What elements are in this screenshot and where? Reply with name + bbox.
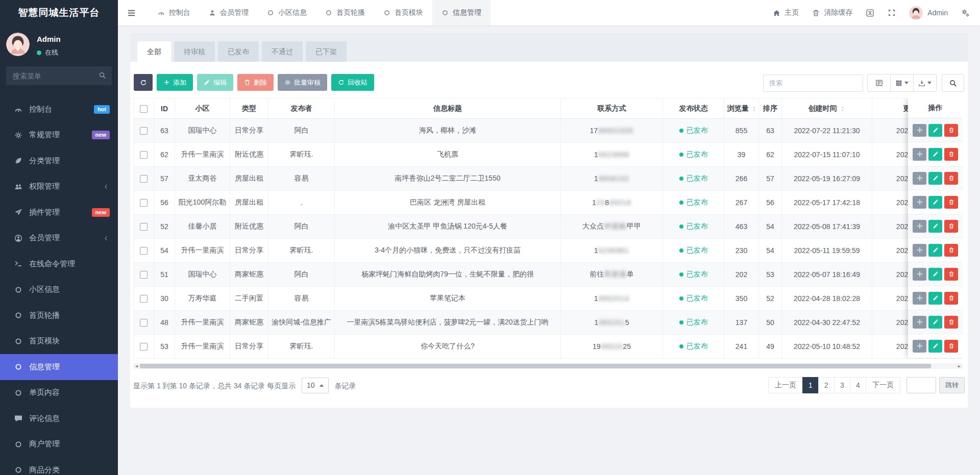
row-edit-button[interactable]	[928, 220, 942, 233]
row-delete-button[interactable]	[944, 244, 958, 257]
jump-page-input[interactable]	[906, 377, 936, 393]
prev-page-button[interactable]: 上一页	[768, 377, 803, 393]
topnav-home-module[interactable]: 首页模块	[374, 0, 432, 26]
sidebar-item-comment-info[interactable]: 评论信息	[0, 406, 118, 432]
row-edit-button[interactable]	[928, 292, 942, 305]
row-delete-button[interactable]	[944, 268, 958, 281]
next-page-button[interactable]: 下一页	[866, 377, 900, 393]
row-delete-button[interactable]	[944, 148, 958, 161]
row-edit-button[interactable]	[928, 340, 942, 353]
columns-button[interactable]	[890, 74, 914, 92]
row-checkbox[interactable]	[140, 319, 148, 327]
tab-已下架[interactable]: 已下架	[306, 41, 347, 62]
sidebar-search-input[interactable]	[6, 66, 112, 85]
row-delete-button[interactable]	[944, 124, 958, 137]
row-delete-button[interactable]	[944, 196, 958, 209]
page-button-2[interactable]: 2	[818, 377, 835, 393]
row-move-button[interactable]	[913, 196, 926, 209]
tab-不通过[interactable]: 不通过	[262, 41, 303, 62]
sidebar-item-merchant-manage[interactable]: 商户管理	[0, 432, 118, 458]
row-checkbox[interactable]	[140, 223, 148, 231]
col-header-created[interactable]: 创建时间	[782, 98, 872, 119]
row-edit-button[interactable]	[928, 244, 942, 257]
page-button-4[interactable]: 4	[850, 377, 866, 393]
row-move-button[interactable]	[913, 220, 926, 233]
row-checkbox[interactable]	[140, 199, 148, 207]
scroll-left-arrow-icon[interactable]: ◀	[133, 363, 140, 369]
sidebar-item-plugin-manage[interactable]: 插件管理new	[0, 199, 118, 226]
scroll-right-arrow-icon[interactable]: ▶	[956, 363, 963, 369]
delete-button[interactable]: 删除	[237, 74, 274, 91]
page-button-1[interactable]: 1	[802, 377, 819, 393]
topnav-community-info[interactable]: 小区信息	[258, 0, 316, 26]
sidebar-item-single-page[interactable]: 单页内容	[0, 380, 118, 406]
sidebar-item-console[interactable]: 控制台hot	[0, 96, 118, 122]
sidebar-item-member-manage[interactable]: 会员管理	[0, 226, 118, 252]
tab-待审核[interactable]: 待审核	[174, 41, 215, 62]
row-move-button[interactable]	[913, 148, 926, 161]
language-icon[interactable]	[866, 9, 874, 17]
card-view-button[interactable]	[867, 74, 891, 92]
row-delete-button[interactable]	[944, 172, 958, 185]
sidebar-item-category-manage[interactable]: 分类管理	[0, 148, 118, 174]
recycle-bin-button[interactable]: 回收站	[331, 74, 374, 91]
sidebar-item-info-manage[interactable]: 信息管理	[0, 354, 118, 380]
sidebar-item-permission-manage[interactable]: 权限管理	[0, 174, 118, 200]
user-avatar[interactable]	[6, 33, 30, 56]
edit-button[interactable]: 编辑	[197, 74, 233, 91]
sidebar-item-community-info[interactable]: 小区信息	[0, 277, 118, 303]
col-header-checkbox[interactable]	[134, 98, 154, 119]
add-button[interactable]: 添加	[157, 74, 193, 91]
topnav-info-manage[interactable]: 信息管理	[432, 0, 491, 26]
clear-cache-button[interactable]: 清除缓存	[812, 8, 852, 17]
row-checkbox[interactable]	[140, 271, 148, 279]
topnav-home-carousel[interactable]: 首页轮播	[316, 0, 374, 26]
row-delete-button[interactable]	[944, 292, 958, 305]
row-move-button[interactable]	[913, 124, 926, 137]
settings-cogs-icon[interactable]	[961, 9, 970, 17]
row-checkbox[interactable]	[140, 295, 148, 303]
row-move-button[interactable]	[913, 172, 926, 185]
row-move-button[interactable]	[913, 268, 926, 281]
row-edit-button[interactable]	[928, 148, 942, 161]
user-menu[interactable]: Admin	[909, 6, 948, 20]
row-move-button[interactable]	[913, 244, 926, 257]
row-move-button[interactable]	[913, 316, 926, 329]
batch-audit-button[interactable]: 批量审核	[278, 74, 327, 91]
row-edit-button[interactable]	[928, 172, 942, 185]
jump-button[interactable]: 跳转	[939, 377, 965, 393]
per-page-select[interactable]: 10	[302, 378, 329, 393]
row-delete-button[interactable]	[944, 316, 958, 329]
page-button-3[interactable]: 3	[834, 377, 850, 393]
sidebar-item-online-command[interactable]: 在线命令管理	[0, 251, 118, 277]
select-all-checkbox[interactable]	[140, 105, 148, 113]
row-delete-button[interactable]	[944, 340, 958, 353]
row-checkbox[interactable]	[140, 175, 148, 183]
row-edit-button[interactable]	[928, 268, 942, 281]
topnav-console[interactable]: 控制台	[149, 0, 200, 26]
row-move-button[interactable]	[913, 340, 926, 353]
row-edit-button[interactable]	[928, 196, 942, 209]
row-edit-button[interactable]	[928, 124, 942, 137]
search-submit-button[interactable]	[942, 74, 964, 92]
horizontal-scrollbar[interactable]: ◀ ▶	[133, 363, 963, 369]
sidebar-item-home-module[interactable]: 首页模块	[0, 329, 118, 355]
sidebar-item-goods-category[interactable]: 商品分类	[0, 457, 118, 475]
scrollbar-thumb[interactable]	[140, 364, 931, 368]
sidebar-item-general-manage[interactable]: 常规管理new	[0, 122, 118, 148]
export-button[interactable]	[913, 74, 937, 92]
hamburger-menu-icon[interactable]	[118, 0, 144, 26]
row-checkbox[interactable]	[140, 343, 148, 351]
home-link[interactable]: 主页	[773, 8, 799, 17]
fullscreen-icon[interactable]	[888, 9, 896, 17]
tab-全部[interactable]: 全部	[137, 41, 171, 62]
row-checkbox[interactable]	[140, 247, 148, 255]
col-header-views[interactable]: 浏览量	[724, 98, 759, 119]
row-edit-button[interactable]	[928, 316, 942, 329]
row-move-button[interactable]	[913, 292, 926, 305]
table-search-input[interactable]	[763, 74, 863, 92]
topnav-member-manage[interactable]: 会员管理	[200, 0, 258, 26]
row-delete-button[interactable]	[944, 220, 958, 233]
row-checkbox[interactable]	[140, 151, 148, 159]
tab-已发布[interactable]: 已发布	[218, 41, 259, 62]
